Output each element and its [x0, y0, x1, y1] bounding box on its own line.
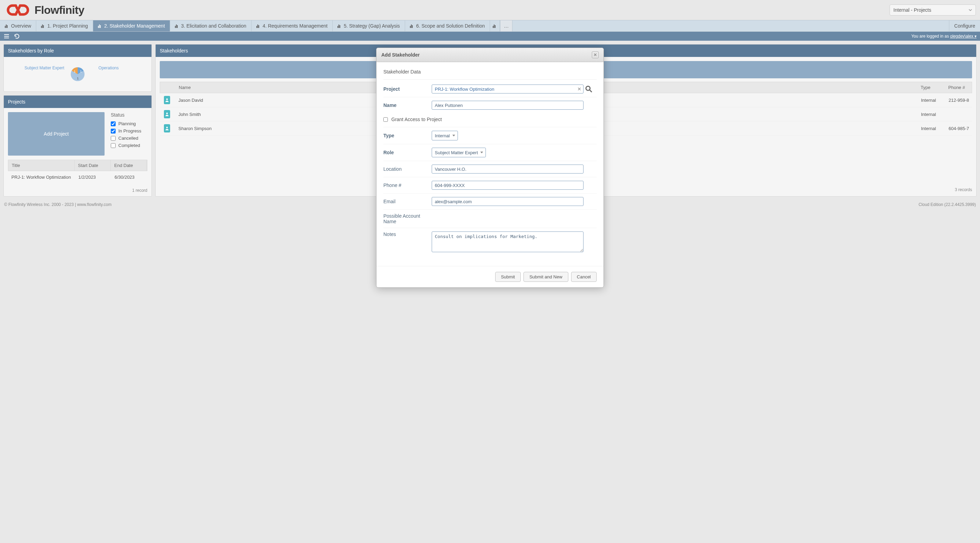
- label-grant: Grant Access to Project: [391, 117, 442, 122]
- name-input[interactable]: [432, 101, 584, 110]
- label-email: Email: [383, 199, 432, 204]
- label-phone: Phone #: [383, 183, 432, 188]
- role-select[interactable]: Subject Matter Expert: [432, 148, 486, 157]
- label-project: Project: [383, 86, 432, 92]
- svg-line-8: [590, 90, 592, 92]
- label-role: Role: [383, 150, 432, 155]
- label-name: Name: [383, 102, 432, 108]
- search-icon[interactable]: [585, 85, 592, 93]
- modal-overlay: Add Stakeholder ✕ Stakeholder Data Proje…: [0, 0, 980, 209]
- grant-access-checkbox[interactable]: [383, 117, 388, 122]
- clear-icon[interactable]: ✕: [577, 86, 581, 92]
- add-stakeholder-dialog: Add Stakeholder ✕ Stakeholder Data Proje…: [376, 48, 604, 209]
- phone-input[interactable]: [432, 181, 584, 190]
- label-type: Type: [383, 133, 432, 138]
- email-input[interactable]: [432, 197, 584, 206]
- location-input[interactable]: [432, 165, 584, 173]
- close-icon[interactable]: ✕: [592, 51, 599, 58]
- label-location: Location: [383, 166, 432, 172]
- svg-point-7: [586, 86, 590, 90]
- section-title: Stakeholder Data: [383, 65, 597, 80]
- type-select[interactable]: Internal: [432, 131, 458, 140]
- project-input[interactable]: [432, 84, 584, 94]
- dialog-title: Add Stakeholder: [381, 52, 420, 58]
